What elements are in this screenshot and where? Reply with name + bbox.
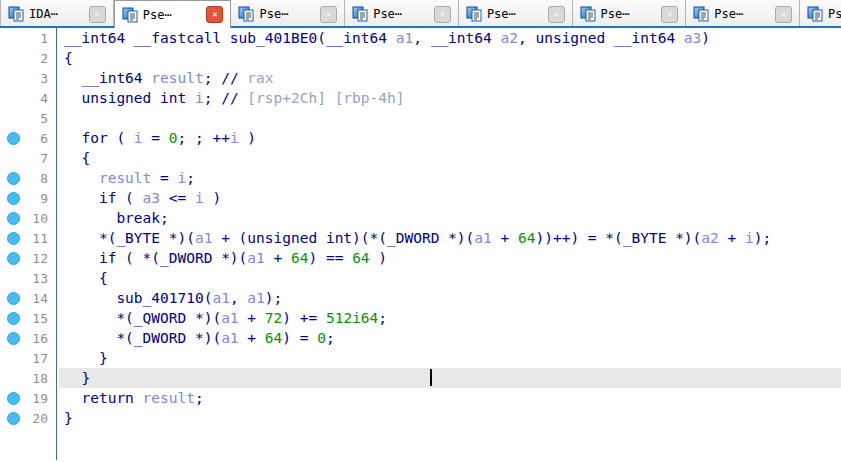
breakpoint-icon[interactable]	[7, 172, 20, 185]
code-token: +	[719, 230, 745, 246]
code-line: 8 result = i;	[0, 168, 841, 188]
breakpoint-gutter[interactable]	[0, 28, 26, 48]
tab-pseudocode-4[interactable]: Pse⋯✕	[459, 0, 573, 28]
code-token: a2	[701, 230, 718, 246]
tab-ida-view[interactable]: IDA⋯✕	[0, 0, 114, 28]
breakpoint-gutter[interactable]	[0, 248, 26, 268]
breakpoint-gutter[interactable]	[0, 68, 26, 88]
breakpoint-icon[interactable]	[7, 132, 20, 145]
code-text[interactable]: }	[59, 348, 841, 368]
code-text[interactable]: if ( *(_DWORD *)(a1 + 64) == 64 )	[59, 248, 841, 268]
code-text[interactable]: result = i;	[59, 168, 841, 188]
line-number: 8	[26, 171, 50, 186]
code-token: ) ==	[308, 250, 352, 266]
breakpoint-gutter[interactable]	[0, 108, 26, 128]
breakpoint-gutter[interactable]	[0, 368, 26, 388]
breakpoint-icon[interactable]	[7, 332, 20, 345]
breakpoint-icon[interactable]	[7, 312, 20, 325]
breakpoint-gutter[interactable]	[0, 268, 26, 288]
tab-pseudocode-3[interactable]: Pse⋯✕	[345, 0, 459, 28]
code-line: 5	[0, 108, 841, 128]
code-token: __int64 __fastcall sub_401BE0(__int64	[64, 30, 396, 46]
code-token: ;	[326, 330, 335, 346]
code-text[interactable]: }	[59, 368, 841, 388]
code-token: }	[64, 350, 108, 366]
code-text[interactable]: if ( a3 <= i )	[59, 188, 841, 208]
code-token: +	[239, 330, 265, 346]
breakpoint-gutter[interactable]	[0, 168, 26, 188]
code-line: 19 return result;	[0, 388, 841, 408]
tab-pseudocode-5[interactable]: Pse⋯✕	[573, 0, 687, 28]
code-token: unsigned int	[64, 90, 195, 106]
tab-pseudocode-6[interactable]: Pse⋯✕	[686, 0, 800, 28]
breakpoint-gutter[interactable]	[0, 188, 26, 208]
line-number: 4	[26, 91, 50, 106]
code-line: 16 *(_DWORD *)(a1 + 64) = 0;	[0, 328, 841, 348]
breakpoint-icon[interactable]	[7, 252, 20, 265]
breakpoint-icon[interactable]	[7, 412, 20, 425]
tab-close-icon[interactable]: ✕	[89, 6, 106, 23]
line-number: 15	[26, 311, 50, 326]
tab-pseudocode-2[interactable]: Pse⋯✕	[231, 0, 345, 28]
code-text[interactable]: sub_401710(a1, a1);	[59, 288, 841, 308]
breakpoint-icon[interactable]	[7, 292, 20, 305]
code-text[interactable]: return result;	[59, 388, 841, 408]
tab-close-icon[interactable]: ✕	[661, 6, 678, 23]
breakpoint-gutter[interactable]	[0, 328, 26, 348]
tab-close-icon[interactable]: ✕	[206, 6, 223, 23]
code-token: , unsigned __int64	[518, 30, 684, 46]
pseudocode-document-icon	[466, 6, 482, 22]
pseudocode-editor[interactable]: 1__int64 __fastcall sub_401BE0(__int64 a…	[0, 28, 841, 460]
code-text[interactable]	[59, 108, 841, 128]
code-text[interactable]: *(_QWORD *)(a1 + 72) += 512i64;	[59, 308, 841, 328]
breakpoint-gutter[interactable]	[0, 288, 26, 308]
code-text[interactable]: *(_BYTE *)(a1 + (unsigned int)(*(_DWORD …	[59, 228, 841, 248]
breakpoint-gutter[interactable]	[0, 308, 26, 328]
code-text[interactable]: }	[59, 408, 841, 428]
code-text[interactable]: *(_DWORD *)(a1 + 64) = 0;	[59, 328, 841, 348]
line-number: 11	[26, 231, 50, 246]
code-text[interactable]: __int64 result; // rax	[59, 68, 841, 88]
breakpoint-icon[interactable]	[7, 192, 20, 205]
code-token: ) +=	[282, 310, 326, 326]
breakpoint-gutter[interactable]	[0, 48, 26, 68]
pseudocode-document-icon	[238, 6, 254, 22]
tab-pseudocode-7[interactable]: Pse⋯	[800, 0, 841, 28]
breakpoint-gutter[interactable]	[0, 88, 26, 108]
breakpoint-icon[interactable]	[7, 212, 20, 225]
code-text[interactable]: __int64 __fastcall sub_401BE0(__int64 a1…	[59, 28, 841, 48]
code-text[interactable]: for ( i = 0; ; ++i )	[59, 128, 841, 148]
breakpoint-gutter[interactable]	[0, 228, 26, 248]
code-text[interactable]: break;	[59, 208, 841, 228]
breakpoint-gutter[interactable]	[0, 348, 26, 368]
breakpoint-gutter[interactable]	[0, 128, 26, 148]
line-number: 10	[26, 211, 50, 226]
breakpoint-gutter[interactable]	[0, 208, 26, 228]
tab-close-icon[interactable]: ✕	[548, 6, 565, 23]
line-number: 19	[26, 391, 50, 406]
breakpoint-icon[interactable]	[7, 392, 20, 405]
tab-pseudocode-1[interactable]: Pse⋯✕	[114, 0, 232, 28]
code-text[interactable]: unsigned int i; // [rsp+2Ch] [rbp-4h]	[59, 88, 841, 108]
code-token: for (	[64, 130, 134, 146]
code-line: 10 break;	[0, 208, 841, 228]
tab-close-icon[interactable]: ✕	[775, 6, 792, 23]
line-number: 18	[26, 371, 50, 386]
code-text[interactable]: {	[59, 48, 841, 68]
code-token: ,	[230, 290, 247, 306]
code-line: 3 __int64 result; // rax	[0, 68, 841, 88]
tab-close-icon[interactable]: ✕	[434, 6, 451, 23]
code-token	[64, 170, 99, 186]
breakpoint-gutter[interactable]	[0, 408, 26, 428]
breakpoint-gutter[interactable]	[0, 148, 26, 168]
code-token: a2	[501, 30, 518, 46]
breakpoint-gutter[interactable]	[0, 388, 26, 408]
breakpoint-icon[interactable]	[7, 232, 20, 245]
code-line: 4 unsigned int i; // [rsp+2Ch] [rbp-4h]	[0, 88, 841, 108]
code-token: 64	[352, 250, 369, 266]
code-token: ;	[186, 170, 195, 186]
code-token: sub_401710(	[64, 290, 212, 306]
code-text[interactable]: {	[59, 268, 841, 288]
code-text[interactable]: {	[59, 148, 841, 168]
tab-close-icon[interactable]: ✕	[320, 6, 337, 23]
